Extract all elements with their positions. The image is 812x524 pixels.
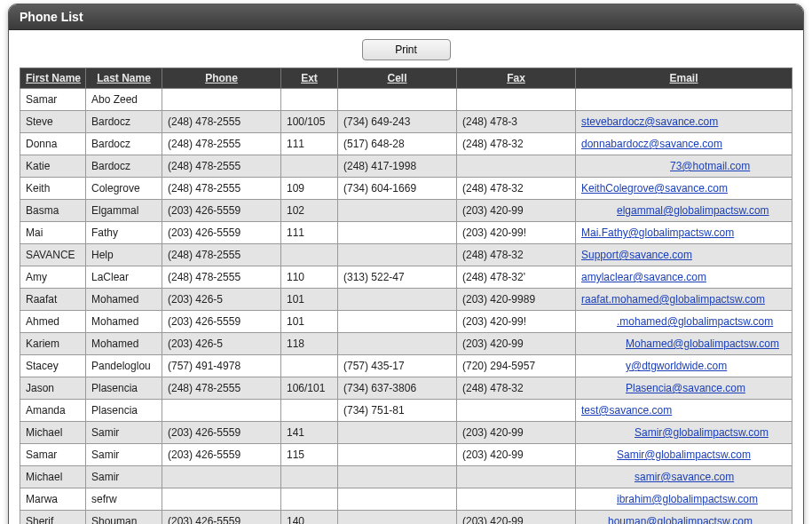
- cell-last-name: Bardocz: [86, 155, 162, 178]
- cell-email: test@savance.com: [576, 400, 792, 422]
- table-row: SamarSamir(203) 426-5559115(203) 420-99S…: [20, 444, 792, 466]
- email-link[interactable]: y@dtgworldwide.com: [626, 360, 727, 372]
- cell-ext: 102: [281, 200, 338, 222]
- cell-fax: (203) 420-99: [457, 422, 576, 444]
- cell-first-name: Amanda: [20, 400, 86, 422]
- cell-phone: (203) 426-5: [162, 333, 281, 355]
- cell-last-name: Elgammal: [86, 200, 162, 222]
- print-button[interactable]: Print: [362, 39, 451, 60]
- cell-cell: (734) 649-243: [338, 111, 457, 133]
- col-last-name[interactable]: Last Name: [86, 68, 162, 89]
- email-link[interactable]: samir@savance.com: [635, 471, 734, 483]
- cell-last-name: Shouman: [86, 511, 162, 525]
- email-link[interactable]: elgammal@globalimpactsw.com: [617, 204, 769, 217]
- cell-cell: (517) 648-28: [338, 133, 457, 155]
- cell-first-name: Sherif: [20, 511, 86, 525]
- cell-last-name: Pandeloglou: [86, 355, 162, 377]
- email-link[interactable]: Plasencia@savance.com: [626, 382, 745, 394]
- email-link[interactable]: donnabardocz@savance.com: [581, 138, 722, 150]
- email-link[interactable]: Support@savance.com: [581, 249, 692, 261]
- cell-email: y@dtgworldwide.com: [576, 355, 792, 377]
- cell-cell: (734) 604-1669: [338, 178, 457, 200]
- cell-phone: (248) 478-2555: [162, 266, 281, 289]
- table-row: AhmedMohamed(203) 426-5559101(203) 420-9…: [20, 311, 792, 333]
- cell-fax: [457, 155, 576, 178]
- table-row: KeithColegrove(248) 478-2555109(734) 604…: [20, 178, 792, 200]
- cell-ext: [281, 244, 338, 266]
- cell-first-name: Stacey: [20, 355, 86, 377]
- cell-email: stevebardocz@savance.com: [576, 111, 792, 133]
- col-ext[interactable]: Ext: [281, 68, 338, 89]
- cell-email: Samir@globalimpactsw.com: [576, 444, 792, 466]
- email-link[interactable]: amylaclear@savance.com: [581, 271, 706, 283]
- cell-fax: (248) 478-32: [457, 133, 576, 155]
- col-fax[interactable]: Fax: [457, 68, 576, 89]
- cell-first-name: SAVANCE: [20, 244, 86, 266]
- email-link[interactable]: KeithColegrove@savance.com: [581, 182, 728, 195]
- table-row: JasonPlasencia(248) 478-2555106/101(734)…: [20, 377, 792, 400]
- cell-email: raafat.mohamed@globalimpactsw.com: [576, 289, 792, 311]
- cell-last-name: Mohamed: [86, 289, 162, 311]
- table-row: DonnaBardocz(248) 478-2555111(517) 648-2…: [20, 133, 792, 155]
- cell-ext: 115: [281, 444, 338, 466]
- cell-ext: 110: [281, 266, 338, 289]
- cell-phone: (248) 478-2555: [162, 155, 281, 178]
- cell-last-name: LaClear: [86, 266, 162, 289]
- cell-fax: (203) 420-99: [457, 444, 576, 466]
- col-email[interactable]: Email: [576, 68, 792, 89]
- email-link[interactable]: raafat.mohamed@globalimpactsw.com: [581, 293, 765, 306]
- cell-first-name: Ahmed: [20, 311, 86, 333]
- email-link[interactable]: houman@globalimpactsw.com: [608, 515, 753, 524]
- cell-first-name: Michael: [20, 466, 86, 488]
- cell-phone: (757) 491-4978: [162, 355, 281, 377]
- cell-fax: [457, 89, 576, 111]
- cell-ext: [281, 400, 338, 422]
- cell-last-name: Plasencia: [86, 377, 162, 400]
- cell-first-name: Jason: [20, 377, 86, 400]
- phone-table: First Name Last Name Phone Ext Cell Fax …: [20, 67, 792, 524]
- cell-cell: (313) 522-47: [338, 266, 457, 289]
- email-link[interactable]: Samir@globalimpactsw.com: [617, 449, 751, 461]
- cell-ext: [281, 89, 338, 111]
- cell-first-name: Kariem: [20, 333, 86, 355]
- cell-ext: 111: [281, 222, 338, 244]
- cell-email: Samir@globalimpactsw.com: [576, 422, 792, 444]
- email-link[interactable]: Samir@globalimpactsw.com: [635, 426, 769, 439]
- cell-fax: (203) 420-99: [457, 511, 576, 525]
- cell-email: Mohamed@globalimpactsw.com: [576, 333, 792, 355]
- cell-ext: [281, 488, 338, 511]
- email-link[interactable]: 73@hotmail.com: [670, 160, 750, 172]
- email-link[interactable]: test@savance.com: [581, 404, 672, 417]
- col-first-name[interactable]: First Name: [20, 68, 86, 89]
- toolbar: Print: [20, 39, 792, 60]
- cell-fax: (248) 478-32: [457, 178, 576, 200]
- cell-first-name: Keith: [20, 178, 86, 200]
- email-link[interactable]: ibrahim@globalimpactsw.com: [617, 493, 758, 505]
- cell-phone: (248) 478-2555: [162, 111, 281, 133]
- email-link[interactable]: stevebardocz@savance.com: [581, 115, 718, 128]
- cell-last-name: Bardocz: [86, 133, 162, 155]
- email-link[interactable]: Mohamed@globalimpactsw.com: [626, 337, 779, 350]
- cell-email: samir@savance.com: [576, 466, 792, 488]
- col-phone[interactable]: Phone: [162, 68, 281, 89]
- cell-last-name: Samir: [86, 422, 162, 444]
- cell-cell: [338, 488, 457, 511]
- cell-phone: (203) 426-5559: [162, 444, 281, 466]
- cell-ext: 118: [281, 333, 338, 355]
- cell-last-name: Abo Zeed: [86, 89, 162, 111]
- email-link[interactable]: .mohamed@globalimpactsw.com: [617, 315, 773, 328]
- cell-phone: (203) 426-5559: [162, 222, 281, 244]
- cell-fax: (203) 420-99: [457, 200, 576, 222]
- table-row: MichaelSamir(203) 426-5559141(203) 420-9…: [20, 422, 792, 444]
- cell-cell: [338, 244, 457, 266]
- cell-ext: 106/101: [281, 377, 338, 400]
- cell-email: 73@hotmail.com: [576, 155, 792, 178]
- cell-last-name: Colegrove: [86, 178, 162, 200]
- table-header-row: First Name Last Name Phone Ext Cell Fax …: [20, 68, 792, 89]
- cell-last-name: Bardocz: [86, 111, 162, 133]
- cell-first-name: Samar: [20, 444, 86, 466]
- cell-phone: (203) 426-5559: [162, 311, 281, 333]
- col-cell[interactable]: Cell: [338, 68, 457, 89]
- table-row: AmyLaClear(248) 478-2555110(313) 522-47(…: [20, 266, 792, 289]
- email-link[interactable]: Mai.Fathy@globalimpactsw.com: [581, 226, 734, 239]
